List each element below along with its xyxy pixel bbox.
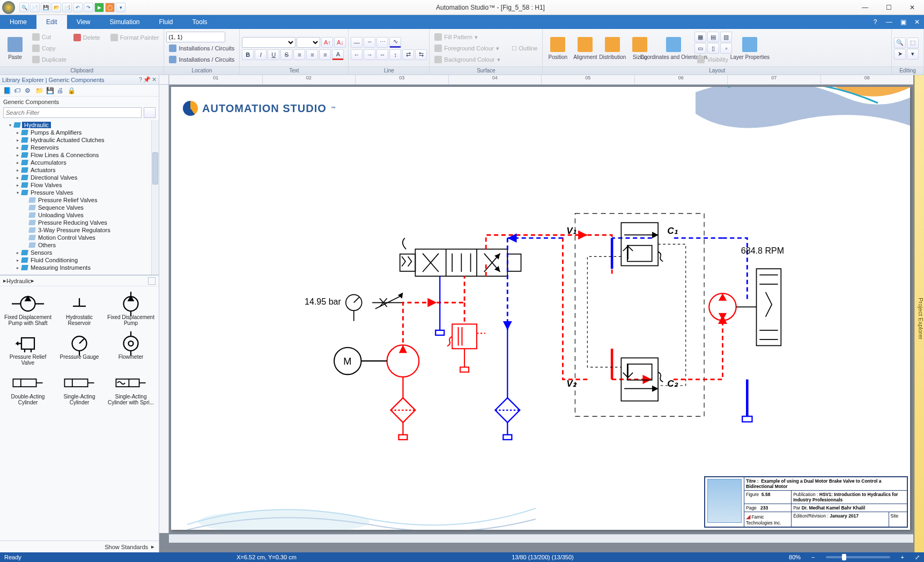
- coord-orient-button[interactable]: Coordinates and Orientation: [654, 31, 693, 65]
- format-painter-button[interactable]: Format Painter: [108, 32, 162, 43]
- tree-node[interactable]: ▸Accumulators: [15, 159, 159, 166]
- delete-button[interactable]: Delete: [71, 32, 103, 43]
- qat-btn[interactable]: 🔍: [19, 3, 29, 12]
- arrow-6[interactable]: ⇆: [415, 49, 427, 60]
- layer-properties-button[interactable]: Layer Properties: [734, 31, 766, 65]
- book-icon[interactable]: 📘: [3, 87, 11, 94]
- palette-item[interactable]: Fixed Displacement Pump with Shaft: [2, 291, 54, 328]
- tree-node[interactable]: ▸Fluid Conditioning: [15, 256, 159, 264]
- palette-item[interactable]: Double-Acting Cylinder: [2, 370, 54, 408]
- palette-search-icon[interactable]: [148, 277, 156, 285]
- editing-select[interactable]: ⬚: [907, 38, 919, 48]
- print-icon[interactable]: 🖨: [57, 87, 64, 94]
- search-view-toggle[interactable]: [144, 107, 156, 118]
- zoom-in[interactable]: +: [901, 554, 904, 560]
- alignment-button[interactable]: Alignment: [572, 31, 598, 65]
- arrow-1[interactable]: ←: [351, 49, 363, 60]
- zoom-fit[interactable]: ⤢: [915, 554, 920, 561]
- tree-node[interactable]: ▸Measuring Instruments: [15, 264, 159, 271]
- layout-misc[interactable]: ▤: [707, 32, 719, 42]
- font-family-select[interactable]: [242, 37, 295, 48]
- coord-input[interactable]: [166, 32, 225, 42]
- component-tree[interactable]: ▾Hydraulic ▸Pumps & Amplifiers ▸Hydrauli…: [0, 120, 159, 276]
- font-shrink[interactable]: A↓: [334, 37, 346, 48]
- palette-item[interactable]: Pressure Relief Valve: [2, 330, 54, 368]
- qat-btn[interactable]: 📑: [62, 3, 72, 12]
- tab-home[interactable]: Home: [0, 15, 36, 29]
- strike-button[interactable]: S: [280, 49, 292, 60]
- tree-node[interactable]: ▸Actuators: [15, 166, 159, 174]
- drawing-paper[interactable]: AUTOMATION STUDIO™: [171, 87, 910, 530]
- line-style-2[interactable]: ┄: [364, 37, 375, 48]
- tab-view[interactable]: View: [67, 15, 100, 29]
- layout-misc[interactable]: ▦: [694, 32, 706, 42]
- font-grow[interactable]: A↑: [321, 37, 333, 48]
- show-standards-button[interactable]: Show Standards ▸: [0, 541, 159, 552]
- tree-leaf[interactable]: Sequence Valves: [23, 204, 159, 211]
- tree-node-hydraulic[interactable]: ▾Hydraulic: [8, 121, 159, 129]
- qat-btn[interactable]: 📄: [30, 3, 40, 12]
- tree-node[interactable]: ▸Flow Valves: [15, 181, 159, 189]
- qat-run[interactable]: ▶: [94, 3, 104, 12]
- arrow-3[interactable]: ↔: [376, 49, 388, 60]
- align-right[interactable]: ≡: [319, 49, 331, 60]
- outline-check[interactable]: ☐ Outline: [509, 43, 541, 54]
- fg-colour[interactable]: Foreground Colour ▾: [432, 43, 502, 54]
- panel-close-icon[interactable]: ✕: [152, 76, 157, 83]
- palette-item[interactable]: Hydrostatic Reservoir: [54, 291, 105, 328]
- search-input[interactable]: [3, 107, 142, 118]
- editing-more[interactable]: ▾: [907, 49, 919, 60]
- maximize-button[interactable]: ☐: [877, 0, 900, 15]
- copy-button[interactable]: Copy: [29, 43, 69, 54]
- tree-leaf[interactable]: Others: [23, 241, 159, 249]
- gear-icon[interactable]: ⚙: [25, 87, 32, 94]
- tree-node[interactable]: ▸Sensors: [15, 249, 159, 256]
- font-size-select[interactable]: [297, 37, 320, 48]
- lock-icon[interactable]: 🔒: [68, 87, 75, 94]
- line-style-1[interactable]: —: [351, 37, 363, 48]
- sizing-button[interactable]: Sizing: [627, 31, 653, 65]
- horizontal-scrollbar[interactable]: [169, 534, 913, 543]
- italic-button[interactable]: I: [255, 49, 267, 60]
- arrow-2[interactable]: →: [364, 49, 375, 60]
- panel-pin-icon[interactable]: 📌: [143, 76, 151, 83]
- tree-leaf[interactable]: Pressure Reducing Valves: [23, 219, 159, 226]
- align-center[interactable]: ≡: [306, 49, 318, 60]
- position-button[interactable]: Position: [545, 31, 571, 65]
- cut-button[interactable]: Cut: [29, 32, 69, 42]
- tree-node-pressure[interactable]: ▾Pressure Valves: [15, 189, 159, 196]
- font-color[interactable]: A: [332, 49, 344, 60]
- tree-node[interactable]: ▸Flow Lines & Connections: [15, 151, 159, 159]
- tree-node[interactable]: ▸Pumps & Amplifiers: [15, 129, 159, 136]
- mdi-restore[interactable]: ▣: [896, 15, 910, 29]
- palette-item[interactable]: Fixed Displacement Pump: [105, 291, 157, 328]
- bg-colour[interactable]: Background Colour ▾: [432, 54, 502, 65]
- layout-misc[interactable]: ▫: [720, 43, 732, 54]
- qat-undo[interactable]: ↶: [73, 3, 83, 12]
- line-color[interactable]: ∿: [389, 37, 401, 48]
- underline-button[interactable]: U: [268, 49, 279, 60]
- save-icon[interactable]: 💾: [46, 87, 54, 94]
- arrow-5[interactable]: ⇄: [402, 49, 414, 60]
- tree-leaf[interactable]: Pressure Relief Valves: [23, 196, 159, 204]
- hydraulic-schematic[interactable]: 14.95 bar: [225, 146, 889, 465]
- fill-pattern[interactable]: Fill Pattern ▾: [432, 32, 502, 42]
- help-button[interactable]: ?: [868, 15, 882, 29]
- tree-node[interactable]: ▸Hydraulic Actuated Clutches: [15, 136, 159, 144]
- qat-btn[interactable]: 📂: [51, 3, 61, 12]
- component-palette[interactable]: Fixed Displacement Pump with Shaft Hydro…: [0, 286, 159, 541]
- palette-item[interactable]: Flowmeter: [105, 330, 157, 368]
- tag-icon[interactable]: 🏷: [14, 87, 21, 94]
- palette-item[interactable]: Single-Acting Cylinder with Spri...: [105, 370, 157, 408]
- arrow-4[interactable]: ↕: [389, 49, 401, 60]
- tree-scrollbar[interactable]: [151, 120, 159, 275]
- qat-more[interactable]: ▾: [116, 3, 125, 12]
- tree-leaf[interactable]: Unloading Valves: [23, 211, 159, 219]
- tab-fluid[interactable]: Fluid: [150, 15, 183, 29]
- tree-leaf[interactable]: 3-Way Pressure Regulators: [23, 226, 159, 234]
- project-explorer-tab[interactable]: Project Explorer: [914, 75, 924, 552]
- mdi-close[interactable]: ✕: [910, 15, 924, 29]
- tab-edit[interactable]: Edit: [36, 15, 67, 29]
- zoom-out[interactable]: −: [811, 554, 815, 560]
- editing-find[interactable]: 🔍: [894, 38, 906, 48]
